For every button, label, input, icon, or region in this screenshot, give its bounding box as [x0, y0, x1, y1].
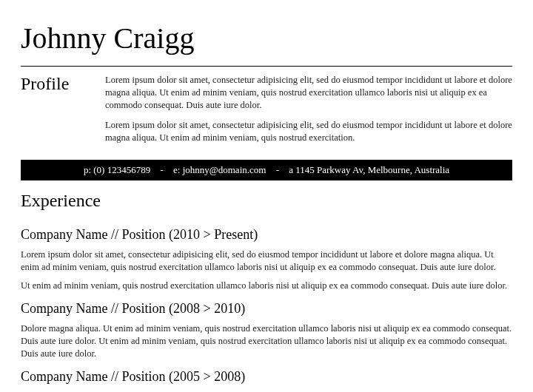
- contact-phone: (0) 123456789: [93, 164, 150, 175]
- profile-section: Profile Lorem ipsum dolor sit amet, cons…: [21, 74, 512, 151]
- contact-bar: p: (0) 123456789 - e: johnny@domain.com …: [21, 160, 512, 180]
- profile-body: Lorem ipsum dolor sit amet, consectetur …: [105, 74, 512, 151]
- job-body: Lorem ipsum dolor sit amet, consectetur …: [21, 249, 512, 292]
- contact-address-label: a: [289, 164, 293, 175]
- divider: [21, 66, 512, 67]
- profile-heading: Profile: [21, 74, 89, 151]
- profile-paragraph: Lorem ipsum dolor sit amet, consectetur …: [105, 74, 512, 112]
- profile-paragraph: Lorem ipsum dolor sit amet, consectetur …: [105, 119, 512, 144]
- job-entry: Company Name // Position (2008 > 2010) D…: [21, 301, 512, 360]
- contact-phone-label: p:: [84, 164, 91, 175]
- job-paragraph: Lorem ipsum dolor sit amet, consectetur …: [21, 249, 512, 274]
- contact-separator: -: [276, 164, 279, 175]
- experience-heading: Experience: [21, 191, 512, 211]
- contact-email: johnny@domain.com: [183, 164, 266, 175]
- job-body: Dolore magna aliqua. Ut enim ad minim ve…: [21, 322, 512, 360]
- job-title: Company Name // Position (2005 > 2008): [21, 369, 512, 385]
- job-entry: Company Name // Position (2010 > Present…: [21, 227, 512, 292]
- contact-address: 1145 Parkway Av, Melbourne, Australia: [295, 164, 449, 175]
- contact-email-label: e:: [173, 164, 180, 175]
- job-paragraph: Ut enim ad minim veniam, quis nostrud ex…: [21, 280, 512, 292]
- resume-name: Johnny Craigg: [21, 21, 512, 55]
- job-paragraph: Dolore magna aliqua. Ut enim ad minim ve…: [21, 322, 512, 360]
- job-title: Company Name // Position (2010 > Present…: [21, 227, 512, 243]
- job-title: Company Name // Position (2008 > 2010): [21, 301, 512, 317]
- contact-separator: -: [160, 164, 163, 175]
- job-entry: Company Name // Position (2005 > 2008): [21, 369, 512, 385]
